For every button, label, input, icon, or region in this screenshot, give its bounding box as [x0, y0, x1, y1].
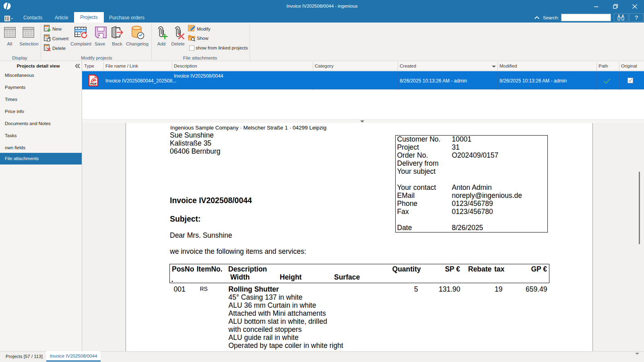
svg-text:PDF: PDF: [91, 82, 97, 86]
